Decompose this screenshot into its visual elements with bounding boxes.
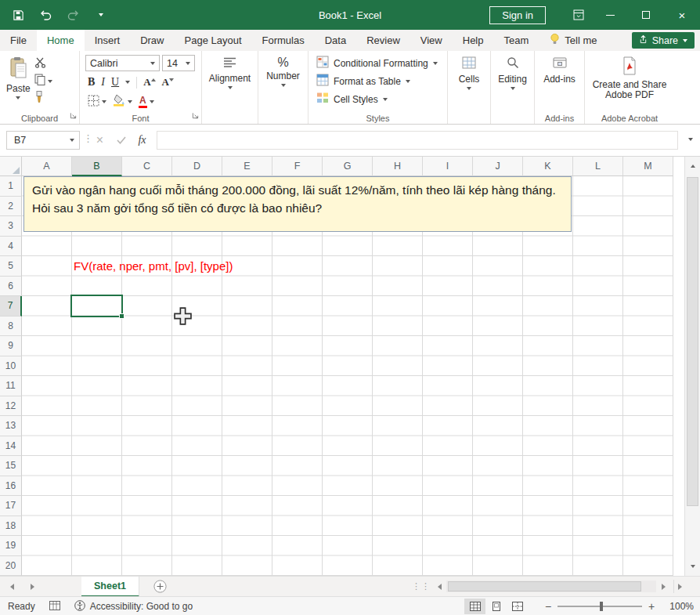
borders-button[interactable] <box>88 95 106 110</box>
note-textbox[interactable]: Gửi vào ngân hang cuối mỗi tháng 200.000… <box>23 176 572 232</box>
previous-sheet-icon[interactable] <box>2 577 22 597</box>
tab-file[interactable]: File <box>0 30 37 51</box>
ribbon-display-options-icon[interactable] <box>565 0 592 30</box>
scroll-right-icon[interactable] <box>658 580 669 593</box>
column-header-I[interactable]: I <box>423 157 473 176</box>
enter-check-icon[interactable] <box>110 131 132 150</box>
row-header-6[interactable]: 6 <box>0 277 22 297</box>
fill-color-button[interactable] <box>113 94 132 110</box>
customize-qat-icon[interactable] <box>87 0 114 30</box>
zoom-slider[interactable] <box>557 599 642 614</box>
name-box[interactable]: B7 <box>6 131 80 150</box>
row-header-8[interactable]: 8 <box>0 317 22 337</box>
horizontal-scrollbar[interactable] <box>434 580 669 593</box>
close-button[interactable]: × <box>664 0 700 30</box>
zoom-level[interactable]: 100% <box>664 601 694 612</box>
tab-scrollbar-splitter[interactable]: ⋮⋮ <box>412 581 431 591</box>
column-header-A[interactable]: A <box>22 157 72 176</box>
row-header-13[interactable]: 13 <box>0 416 22 436</box>
zoom-slider-thumb[interactable] <box>600 602 603 611</box>
alignment-button[interactable]: Alignment <box>204 53 256 89</box>
next-sheet-icon[interactable] <box>22 577 42 597</box>
sign-in-button[interactable]: Sign in <box>489 6 546 24</box>
page-layout-view-icon[interactable] <box>485 599 507 614</box>
tab-formulas[interactable]: Formulas <box>252 30 315 51</box>
row-header-19[interactable]: 19 <box>0 536 22 556</box>
row-header-3[interactable]: 3 <box>0 216 22 237</box>
row-header-15[interactable]: 15 <box>0 456 22 476</box>
column-header-J[interactable]: J <box>473 157 523 176</box>
copy-button[interactable] <box>34 75 52 87</box>
new-sheet-icon[interactable] <box>153 580 167 596</box>
select-all-corner[interactable] <box>0 157 22 176</box>
format-as-table-button[interactable]: Format as Table <box>310 73 446 89</box>
tab-view[interactable]: View <box>410 30 453 51</box>
scroll-up-icon[interactable] <box>685 157 700 175</box>
minimize-button[interactable] <box>592 0 628 30</box>
redo-icon[interactable] <box>60 0 87 30</box>
column-header-B[interactable]: B <box>72 157 122 176</box>
underline-button[interactable]: U <box>111 77 119 88</box>
accessibility-status[interactable]: Accessibility: Good to go <box>74 600 193 613</box>
row-header-4[interactable]: 4 <box>0 237 22 257</box>
scroll-far-right-icon[interactable] <box>673 580 686 593</box>
tab-help[interactable]: Help <box>453 30 494 51</box>
cell-styles-button[interactable]: Cell Styles <box>310 91 446 107</box>
undo-icon[interactable] <box>32 0 60 30</box>
tab-review[interactable]: Review <box>356 30 410 51</box>
increase-font-size-button[interactable]: A <box>143 76 150 89</box>
row-header-14[interactable]: 14 <box>0 436 22 457</box>
tab-draw[interactable]: Draw <box>130 30 174 51</box>
macro-record-icon[interactable] <box>49 601 60 613</box>
conditional-formatting-button[interactable]: Conditional Formatting <box>310 55 446 71</box>
row-header-1[interactable]: 1 <box>0 176 22 197</box>
format-painter-button[interactable] <box>34 92 52 104</box>
vertical-scroll-thumb[interactable] <box>687 177 698 506</box>
column-header-G[interactable]: G <box>323 157 373 176</box>
insert-function-icon[interactable]: fx <box>132 131 153 150</box>
scroll-left-icon[interactable] <box>434 580 445 593</box>
maximize-button[interactable] <box>628 0 664 30</box>
paste-button[interactable]: Paste <box>6 53 31 104</box>
font-size-select[interactable]: 14 <box>162 55 195 71</box>
formula-bar-expand-icon[interactable] <box>688 138 693 141</box>
addins-button[interactable]: Add-ins <box>536 53 583 85</box>
clipboard-dialog-launcher-icon[interactable] <box>70 108 77 122</box>
italic-button[interactable]: I <box>101 77 105 88</box>
grid[interactable]: Gửi vào ngân hang cuối mỗi tháng 200.000… <box>22 176 684 576</box>
tab-data[interactable]: Data <box>315 30 356 51</box>
font-dialog-launcher-icon[interactable] <box>192 108 199 122</box>
tab-team[interactable]: Team <box>494 30 539 51</box>
row-header-10[interactable]: 10 <box>0 356 22 377</box>
font-color-button[interactable]: A <box>139 96 154 108</box>
formula-input[interactable] <box>157 131 678 150</box>
tell-me-button[interactable]: Tell me <box>550 30 597 51</box>
row-header-2[interactable]: 2 <box>0 197 22 217</box>
row-header-9[interactable]: 9 <box>0 336 22 356</box>
underline-options-icon[interactable] <box>125 81 130 84</box>
column-header-D[interactable]: D <box>172 157 222 176</box>
row-header-20[interactable]: 20 <box>0 556 22 577</box>
normal-view-icon[interactable] <box>464 599 485 614</box>
horizontal-scroll-track[interactable] <box>446 581 656 592</box>
bold-button[interactable]: B <box>88 77 95 88</box>
editing-button[interactable]: Editing <box>493 53 532 90</box>
vertical-scrollbar[interactable] <box>684 157 700 576</box>
column-header-H[interactable]: H <box>373 157 423 176</box>
row-header-18[interactable]: 18 <box>0 516 22 537</box>
scroll-down-icon[interactable] <box>685 558 700 575</box>
font-name-select[interactable]: Calibri <box>85 55 160 71</box>
sheet-tab-sheet1[interactable]: Sheet1 <box>81 577 139 597</box>
page-break-preview-icon[interactable] <box>507 599 528 614</box>
column-header-F[interactable]: F <box>272 157 323 176</box>
tab-home[interactable]: Home <box>37 30 85 51</box>
row-header-7[interactable]: 7 <box>0 296 22 317</box>
column-header-C[interactable]: C <box>122 157 172 176</box>
tab-insert[interactable]: Insert <box>85 30 131 51</box>
row-header-5[interactable]: 5 <box>0 256 22 277</box>
decrease-font-size-button[interactable]: A <box>162 76 169 89</box>
column-header-E[interactable]: E <box>222 157 272 176</box>
column-header-K[interactable]: K <box>523 157 573 176</box>
tab-page-layout[interactable]: Page Layout <box>175 30 252 51</box>
cut-button[interactable] <box>34 58 52 70</box>
